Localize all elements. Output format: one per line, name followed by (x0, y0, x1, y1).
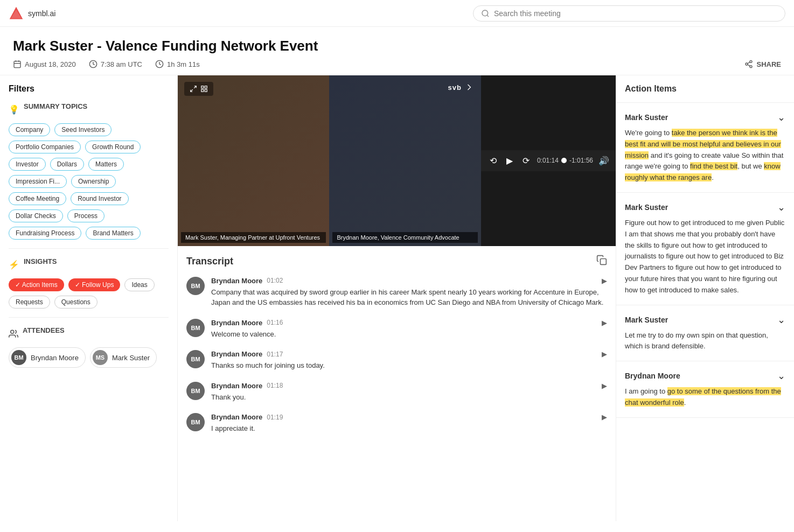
action-dropdown-button[interactable]: ⌄ (777, 111, 785, 123)
attendees-list: BM Bryndan Moore MS Mark Suster (9, 347, 169, 368)
action-dropdown-button[interactable]: ⌄ (777, 314, 785, 326)
insight-tag[interactable]: ✓ Follow Ups (68, 278, 121, 291)
grid-icon (200, 85, 208, 93)
logo[interactable]: symbl.ai (9, 6, 55, 21)
search-input[interactable] (494, 9, 777, 18)
right-panel: Action Items Mark Suster ⌄ We're going t… (616, 75, 794, 521)
insight-tag[interactable]: Ideas (124, 278, 154, 291)
transcript-text: I appreciate it. (211, 423, 607, 434)
avatar: MS (93, 350, 108, 365)
insight-tag[interactable]: Requests (9, 296, 50, 309)
transcript-play-button[interactable]: ▶ (602, 350, 607, 358)
topic-tag[interactable]: Dollar Checks (9, 209, 63, 222)
transcript-item: BM Bryndan Moore 01:02 ▶ Company that wa… (186, 277, 607, 308)
page-header: Mark Suster - Valence Funding Network Ev… (0, 27, 794, 75)
topic-tag[interactable]: Company (9, 123, 50, 136)
topic-tag[interactable]: Coffee Meeting (9, 192, 66, 205)
attendees-icon (9, 329, 18, 339)
transcript-avatar: BM (186, 319, 205, 337)
video-placeholder: Mark Suster, Managing Partner at Upfront… (178, 75, 481, 246)
transcript-title: Transcript (186, 256, 233, 267)
topic-tag[interactable]: Impression Fi... (9, 175, 67, 188)
attendee-name: Mark Suster (112, 354, 150, 362)
transcript-time: 01:16 (267, 319, 283, 326)
topic-tag[interactable]: Round Investor (71, 192, 128, 205)
share-icon (744, 60, 753, 68)
topic-tag[interactable]: Dollars (50, 158, 84, 171)
transcript-avatar: BM (186, 413, 205, 431)
transcript-speaker: Bryndan Moore (211, 350, 262, 358)
transcript-text: Welcome to valence. (211, 329, 607, 340)
svg-point-12 (750, 66, 752, 68)
progress-thumb (561, 158, 567, 163)
normal-text: Figure out how to get introduced to me g… (625, 219, 784, 294)
left-sidebar: Filters 💡 SUMMARY TOPICS CompanySeed Inv… (0, 75, 178, 521)
action-text: Let me try to do my own spin on that que… (625, 330, 785, 353)
action-item-card: Mark Suster ⌄ We're going to take the pe… (616, 103, 794, 193)
attendee-chip[interactable]: BM Bryndan Moore (9, 347, 86, 368)
date-text: August 18, 2020 (25, 60, 76, 68)
play-button[interactable]: ▶ (504, 155, 515, 167)
volume-button[interactable]: 🔊 (598, 156, 609, 166)
topic-tag[interactable]: Brand Matters (86, 227, 140, 240)
top-navigation: symbl.ai (0, 0, 794, 27)
summary-topics-section: 💡 SUMMARY TOPICS (9, 102, 169, 117)
insight-tag[interactable]: ✓ Action Items (9, 278, 64, 291)
action-text: I am going to go to some of the question… (625, 386, 785, 409)
transcript-text: Thank you. (211, 392, 607, 403)
transcript-play-button[interactable]: ▶ (602, 382, 607, 390)
attendee-chip[interactable]: MS Mark Suster (90, 347, 157, 368)
transcript-avatar: BM (186, 277, 205, 295)
attendees-header: ATTENDEES (9, 326, 169, 341)
clock-icon (89, 60, 97, 68)
fast-forward-button[interactable]: ⟳ (520, 155, 532, 167)
topic-tag[interactable]: Growth Round (85, 141, 141, 153)
normal-text: . (684, 398, 686, 407)
video-right: Brydnan Moore, Valence Community Advocat… (329, 75, 480, 246)
meta-duration: 1h 3m 11s (155, 60, 200, 68)
topic-tag[interactable]: Investor (9, 158, 46, 171)
transcript-section: Transcript BM Bryndan Moore 01:02 ▶ Comp… (178, 246, 616, 453)
transcript-speaker: Bryndan Moore (211, 277, 262, 285)
video-expand[interactable] (184, 82, 213, 96)
topics-icon: 💡 (9, 104, 19, 115)
search-bar[interactable] (473, 5, 785, 22)
topic-tag[interactable]: Matters (88, 158, 124, 171)
transcript-play-button[interactable]: ▶ (602, 413, 607, 421)
action-dropdown-button[interactable]: ⌄ (777, 370, 785, 382)
right-panel-header: Action Items (616, 75, 794, 103)
svg-point-11 (746, 63, 748, 65)
insight-tag[interactable]: Questions (54, 296, 97, 309)
topic-tag[interactable]: Seed Investors (54, 123, 112, 136)
transcript-speaker: Bryndan Moore (211, 413, 262, 421)
action-dropdown-button[interactable]: ⌄ (777, 201, 785, 213)
time-text: 7:38 am UTC (101, 60, 142, 68)
insights-icon: ⚡ (9, 260, 19, 270)
transcript-speaker: Bryndan Moore (211, 382, 262, 390)
svg-rect-21 (205, 89, 207, 92)
topic-tag[interactable]: Process (67, 209, 105, 222)
action-speaker: Mark Suster ⌄ (625, 201, 785, 213)
expand-button[interactable] (184, 82, 213, 96)
topic-tag[interactable]: Ownership (71, 175, 116, 188)
search-icon (481, 9, 490, 18)
transcript-item: BM Bryndan Moore 01:19 ▶ I appreciate it… (186, 413, 607, 434)
svg-point-10 (750, 60, 752, 62)
topic-tag[interactable]: Portfolio Companies (9, 141, 81, 153)
topic-tag[interactable]: Fundraising Process (9, 227, 81, 240)
meta-date: August 18, 2020 (13, 60, 76, 68)
svg-rect-18 (201, 86, 204, 88)
action-speaker: Mark Suster ⌄ (625, 111, 785, 123)
transcript-play-button[interactable]: ▶ (602, 277, 607, 285)
current-time: 0:01:14 (537, 157, 559, 164)
copy-button[interactable] (596, 255, 607, 268)
transcript-play-button[interactable]: ▶ (602, 319, 607, 327)
attendees-label: ATTENDEES (23, 326, 65, 334)
svg-line-16 (194, 86, 196, 88)
transcript-avatar: BM (186, 382, 205, 400)
transcript-avatar: BM (186, 350, 205, 368)
share-button[interactable]: SHARE (744, 60, 781, 68)
copy-icon (596, 255, 607, 265)
video-controls: ⟲ ▶ ⟳ 0:01:14 -1:01:56 🔊 (481, 150, 616, 171)
rewind-button[interactable]: ⟲ (487, 155, 499, 167)
